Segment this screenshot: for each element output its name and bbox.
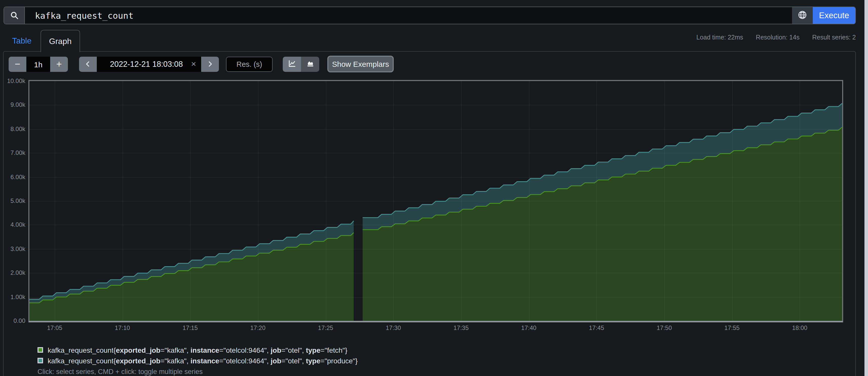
resolution-input[interactable]	[226, 57, 273, 72]
legend: kafka_request_count{exported_job="kafka"…	[37, 345, 358, 366]
x-axis-label: 17:40	[513, 324, 545, 332]
y-axis-label: 0.00	[0, 317, 25, 324]
range-input[interactable]: 1h	[26, 57, 50, 72]
x-axis-label: 17:20	[242, 324, 274, 332]
result-series: Result series: 2	[812, 34, 856, 41]
chevron-right-icon	[207, 59, 213, 70]
load-time: Load time: 22ms	[696, 34, 743, 41]
scrollbar[interactable]	[864, 0, 868, 376]
y-axis-label: 9.00k	[0, 101, 25, 108]
metrics-explorer-button[interactable]	[792, 7, 813, 24]
range-control: − 1h +	[9, 57, 68, 72]
datetime-input[interactable]: 2022-12-21 18:03:08 ×	[97, 57, 201, 72]
x-axis-label: 17:45	[580, 324, 613, 332]
time-forward-button[interactable]	[201, 57, 219, 72]
x-axis-label: 17:35	[445, 324, 477, 332]
query-bar: Execute	[4, 7, 856, 24]
legend-hint: Click: select series, CMD + click: toggl…	[37, 368, 203, 375]
chart-type-toggle	[283, 57, 319, 72]
decrease-range-button[interactable]: −	[9, 57, 26, 72]
prometheus-expression-browser: Execute Load time: 22ms Resolution: 14s …	[0, 0, 868, 376]
globe-icon	[798, 10, 807, 21]
execute-button[interactable]: Execute	[813, 7, 855, 24]
legend-item[interactable]: kafka_request_count{exported_job="kafka"…	[37, 345, 358, 355]
time-back-button[interactable]	[79, 57, 97, 72]
x-axis-label: 17:15	[174, 324, 206, 332]
y-axis-label: 1.00k	[0, 293, 25, 300]
datetime-value: 2022-12-21 18:03:08	[110, 60, 183, 69]
y-axis-label: 6.00k	[0, 173, 25, 180]
x-axis-label: 18:00	[783, 324, 816, 332]
x-axis-label: 17:10	[106, 324, 138, 332]
line-chart-icon	[287, 59, 296, 69]
x-axis-label: 17:50	[648, 324, 681, 332]
x-axis-label: 17:05	[38, 324, 71, 332]
chart-canvas[interactable]	[29, 81, 842, 321]
y-axis-label: 3.00k	[0, 245, 25, 252]
x-axis-label: 17:55	[716, 324, 748, 332]
y-axis-label: 2.00k	[0, 269, 25, 276]
y-axis-label: 5.00k	[0, 197, 25, 204]
clear-time-icon[interactable]: ×	[187, 59, 196, 69]
legend-swatch	[37, 358, 43, 363]
resolution: Resolution: 14s	[756, 34, 799, 41]
tab-graph[interactable]: Graph	[40, 30, 80, 52]
legend-series-name: kafka_request_count{exported_job="kafka"…	[48, 346, 347, 354]
time-control: 2022-12-21 18:03:08 ×	[79, 57, 219, 72]
y-axis-label: 4.00k	[0, 221, 25, 229]
area-chart-icon	[306, 59, 314, 69]
stacked-chart-button[interactable]	[301, 57, 319, 72]
x-axis-label: 17:25	[309, 324, 342, 332]
show-exemplars-button[interactable]: Show Exemplars	[327, 56, 394, 72]
search-icon	[4, 7, 25, 24]
legend-item[interactable]: kafka_request_count{exported_job="kafka"…	[37, 355, 358, 366]
legend-swatch	[37, 347, 43, 353]
query-input[interactable]	[25, 7, 792, 24]
graph-plot-area[interactable]	[28, 80, 843, 322]
chevron-left-icon	[85, 59, 91, 70]
line-chart-button[interactable]	[283, 57, 301, 72]
y-axis-label: 8.00k	[0, 126, 25, 133]
y-axis-label: 7.00k	[0, 149, 25, 157]
x-axis-label: 17:30	[377, 324, 409, 332]
y-axis-label: 10.00k	[0, 77, 25, 84]
tab-table[interactable]: Table	[3, 30, 40, 52]
query-stats: Load time: 22ms Resolution: 14s Result s…	[696, 34, 856, 41]
increase-range-button[interactable]: +	[50, 57, 68, 72]
legend-series-name: kafka_request_count{exported_job="kafka"…	[48, 356, 358, 365]
